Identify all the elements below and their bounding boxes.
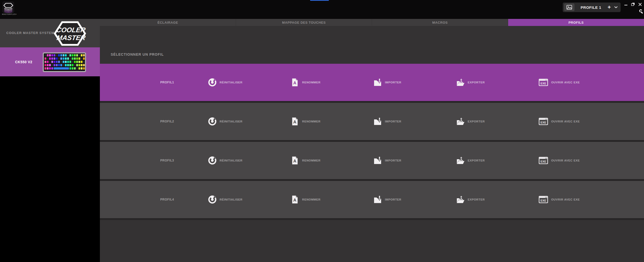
reset-button[interactable]: RÉINITIALISER: [208, 78, 243, 87]
export-button[interactable]: EXPORTER: [456, 78, 485, 87]
export-icon: [456, 156, 465, 165]
open-with-exe-button[interactable]: EXE OUVRIR AVEC EXE: [539, 117, 580, 126]
profiles-panel: SÉLECTIONNER UN PROFIL PROFIL1 RÉINITIAL…: [100, 26, 644, 262]
reset-icon: [208, 195, 217, 204]
reset-icon: [208, 156, 217, 165]
export-button[interactable]: EXPORTER: [456, 156, 485, 165]
tab-profils[interactable]: PROFILS: [508, 19, 644, 26]
reset-button[interactable]: RÉINITIALISER: [208, 195, 243, 204]
open-with-exe-icon: EXE: [539, 78, 548, 87]
device-group-label: COOLER MASTER SYSTEM: [6, 31, 54, 35]
rename-icon: A: [291, 195, 299, 204]
settings-wrench-icon[interactable]: [639, 9, 643, 14]
open-with-exe-button[interactable]: EXE OUVRIR AVEC EXE: [539, 78, 580, 87]
svg-text:A: A: [293, 81, 296, 85]
add-profile-button plus-icon[interactable]: +: [608, 5, 611, 10]
import-button[interactable]: IMPORTER: [373, 78, 401, 87]
tab-eclairage[interactable]: ÉCLAIRAGE: [100, 19, 236, 26]
rename-icon: A: [291, 117, 299, 126]
rename-icon: A: [291, 156, 299, 165]
import-icon: [373, 78, 382, 87]
select-profile-heading: SÉLECTIONNER UN PROFIL: [111, 52, 164, 56]
export-icon: [456, 195, 465, 204]
import-button[interactable]: IMPORTER: [373, 156, 401, 165]
import-icon: [373, 117, 382, 126]
reset-button[interactable]: RÉINITIALISER: [208, 156, 243, 165]
minimize-button[interactable]: [624, 3, 628, 6]
rename-button[interactable]: A RENOMMER: [291, 117, 320, 126]
sidebar-header: COOLER MASTER SYSTEM COOLER MASTER: [0, 19, 100, 47]
profile-row-profil1[interactable]: PROFIL1 RÉINITIALISER A RENOMMER IMPORTE…: [100, 64, 644, 103]
profile-row-profil4[interactable]: PROFIL4 RÉINITIALISER A RENOMMER IMPORTE…: [100, 181, 644, 220]
open-with-exe-button[interactable]: EXE OUVRIR AVEC EXE: [539, 156, 580, 165]
tab-mappage-des-touches[interactable]: MAPPAGE DES TOUCHES: [236, 19, 372, 26]
svg-text:A: A: [293, 120, 296, 124]
profile-name: PROFIL3: [160, 159, 174, 162]
image-icon: [567, 5, 572, 10]
keyboard-image: [43, 52, 86, 73]
svg-text:A: A: [293, 159, 296, 163]
import-icon: [373, 156, 382, 165]
app-name-label: MASTERPLUS+: [2, 13, 17, 15]
import-button[interactable]: IMPORTER: [373, 195, 401, 204]
restore-button[interactable]: [631, 3, 635, 6]
rename-button[interactable]: A RENOMMER: [291, 195, 320, 204]
reset-icon: [208, 78, 217, 87]
export-icon: [456, 78, 465, 87]
svg-text:EXE: EXE: [541, 160, 546, 163]
topbar: MASTERPLUS+ PROFILE 1 +: [0, 0, 644, 19]
masterplus-logo-icon: [3, 2, 14, 13]
snap-indicator-strip: [310, 0, 329, 1]
profile-row-profil3[interactable]: PROFIL3 RÉINITIALISER A RENOMMER IMPORTE…: [100, 142, 644, 181]
profile-list: PROFIL1 RÉINITIALISER A RENOMMER IMPORTE…: [100, 64, 644, 220]
svg-text:EXE: EXE: [541, 121, 546, 124]
reset-button[interactable]: RÉINITIALISER: [208, 117, 243, 126]
profile-name: PROFIL1: [160, 81, 174, 84]
export-button[interactable]: EXPORTER: [456, 195, 485, 204]
device-sidebar: COOLER MASTER SYSTEM COOLER MASTER CK550…: [0, 19, 100, 262]
open-with-exe-icon: EXE: [539, 195, 548, 204]
cooler-master-logo: COOLER MASTER: [54, 21, 86, 47]
export-button[interactable]: EXPORTER: [456, 117, 485, 126]
device-name: CK550 V2: [15, 60, 32, 64]
rename-icon: A: [291, 78, 299, 87]
svg-text:EXE: EXE: [541, 199, 546, 202]
svg-text:EXE: EXE: [541, 82, 546, 85]
device-item-ck550-v2[interactable]: CK550 V2: [0, 47, 100, 76]
open-with-exe-icon: EXE: [539, 156, 548, 165]
import-button[interactable]: IMPORTER: [373, 117, 401, 126]
rename-button[interactable]: A RENOMMER: [291, 78, 320, 87]
profile-dropdown-button chevron-down-icon[interactable]: [614, 6, 618, 8]
profile-image-button[interactable]: [564, 4, 574, 11]
svg-text:A: A: [293, 198, 296, 203]
profile-selector: PROFILE 1 +: [563, 3, 621, 12]
open-with-exe-icon: EXE: [539, 117, 548, 126]
svg-text:MASTER: MASTER: [56, 34, 86, 42]
profile-name: PROFIL4: [160, 198, 174, 201]
rename-button[interactable]: A RENOMMER: [291, 156, 320, 165]
profile-name: PROFIL2: [160, 120, 174, 123]
main-tabbar: ÉCLAIRAGE MAPPAGE DES TOUCHES MACROS PRO…: [100, 19, 644, 26]
svg-text:COOLER: COOLER: [56, 26, 86, 34]
close-button[interactable]: [638, 3, 642, 6]
window-controls: [624, 3, 642, 6]
open-with-exe-button[interactable]: EXE OUVRIR AVEC EXE: [539, 195, 580, 204]
tab-macros[interactable]: MACROS: [372, 19, 508, 26]
masterplus-window: MASTERPLUS+ PROFILE 1 +: [0, 0, 644, 262]
profile-selector-label[interactable]: PROFILE 1: [574, 5, 608, 10]
profile-row-profil2[interactable]: PROFIL2 RÉINITIALISER A RENOMMER IMPORTE…: [100, 103, 644, 142]
export-icon: [456, 117, 465, 126]
reset-icon: [208, 117, 217, 126]
import-icon: [373, 195, 382, 204]
